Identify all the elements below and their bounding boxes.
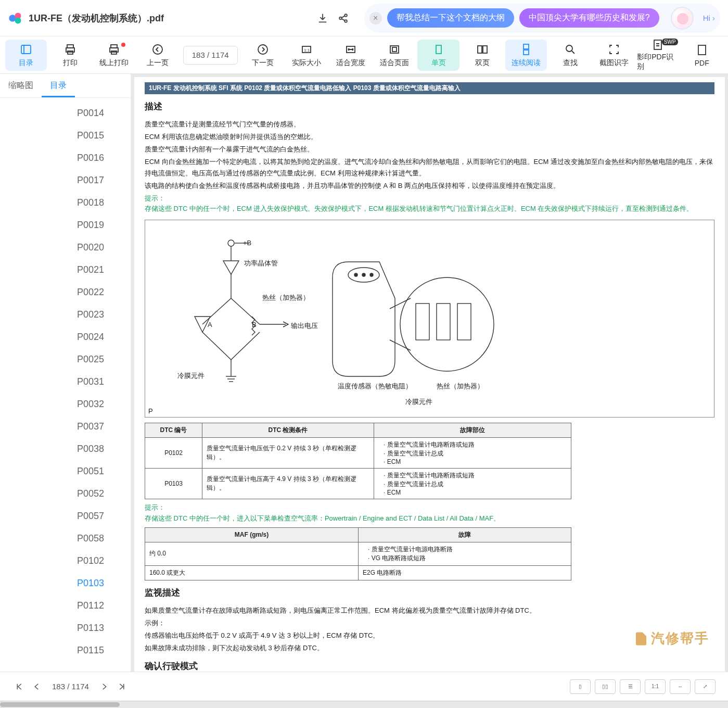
svg-rect-50 [457, 304, 471, 340]
toc-item[interactable]: P0112 [0, 595, 131, 617]
actual-size-button[interactable]: 1:1实际大小 [286, 40, 327, 71]
ai-hi[interactable]: Hi › [703, 14, 715, 22]
pdf-ocr-button[interactable]: SWP影印PDF识别 [637, 40, 679, 71]
view-double-icon[interactable]: ▯▯ [595, 679, 616, 694]
tab-thumbnails[interactable]: 缩略图 [0, 74, 42, 97]
pdf-button[interactable]: PDF [681, 40, 723, 71]
view-single-icon[interactable]: ▯ [570, 679, 591, 694]
svg-rect-27 [698, 45, 706, 55]
svg-point-13 [153, 45, 162, 54]
page-header-bar: 1UR-FE 发动机控制系统 SFI 系统 P0102 质量或体积空气流量电路低… [145, 82, 714, 94]
zoom-actual-icon[interactable]: 1:1 [645, 679, 666, 694]
toc-item[interactable]: P0115 [0, 639, 131, 662]
tab-toc[interactable]: 目录 [42, 74, 75, 97]
svg-line-51 [390, 298, 411, 309]
last-page-icon[interactable] [113, 678, 131, 696]
continuous-read-button[interactable]: 连续阅读 [505, 40, 547, 71]
h-scrollbar[interactable] [0, 701, 728, 708]
svg-rect-20 [436, 45, 441, 54]
ai-suggestions: × 帮我总结一下这个文档的大纲 中国顶尖大学有哪些历史和发展? Hi › [364, 4, 720, 33]
toc-item[interactable]: P0019 [0, 214, 131, 236]
toc-item[interactable]: P0038 [0, 438, 131, 460]
page-input[interactable]: 183 / 1174 [183, 46, 238, 65]
ai-pill-summary[interactable]: 帮我总结一下这个文档的大纲 [387, 8, 514, 28]
app-logo [8, 10, 23, 26]
toc-item[interactable]: P0057 [0, 505, 131, 527]
share-icon[interactable] [333, 8, 354, 29]
view-continuous-icon[interactable]: ☰ [620, 679, 641, 694]
ai-pill-question[interactable]: 中国顶尖大学有哪些历史和发展? [519, 8, 659, 28]
zoom-fitw-icon[interactable]: ↔ [670, 679, 691, 694]
search-button[interactable]: 查找 [549, 40, 591, 71]
svg-rect-49 [437, 304, 450, 340]
maf-table: MAF (gm/s)故障 约 0.0质量空气流量计电源电路断路VG 电路断路或短… [145, 527, 571, 580]
svg-marker-31 [223, 261, 239, 274]
svg-point-14 [258, 45, 267, 54]
svg-point-47 [400, 277, 494, 371]
svg-point-28 [228, 240, 234, 246]
bottom-bar: 183 / 1174 ▯ ▯▯ ☰ 1:1 ↔ ⤢ [0, 672, 728, 701]
svg-point-2 [15, 17, 21, 23]
circuit-diagram: +B 功率晶体管 热丝（加热器） 输出电压 冷膜元件 A B 温度传感器（热敏电… [145, 220, 714, 418]
watermark: 汽修帮手 [633, 629, 709, 648]
bottom-page-indicator: 183 / 1174 [52, 682, 89, 691]
toc-item[interactable]: P0102 [0, 550, 131, 572]
prev-icon[interactable] [28, 678, 46, 696]
toc-button[interactable]: 目录 [5, 40, 47, 71]
toc-item[interactable]: P0021 [0, 259, 131, 281]
toc-item[interactable]: P0023 [0, 304, 131, 326]
close-icon[interactable]: × [369, 12, 382, 24]
toc-item[interactable]: P0014 [0, 102, 131, 124]
print-button[interactable]: 打印 [49, 40, 91, 71]
fit-page-button[interactable]: 适合页面 [374, 40, 415, 71]
toc-item[interactable]: P0025 [0, 348, 131, 371]
document-viewport[interactable]: 1UR-FE 发动机控制系统 SFI 系统 P0102 质量或体积空气流量电路低… [131, 74, 728, 679]
svg-line-36 [202, 332, 231, 360]
svg-rect-18 [390, 46, 399, 53]
hint-text: 存储这些 DTC 中的任一个时，ECM 进入失效保护模式。失效保护模式下，ECM… [145, 204, 714, 214]
dtc-table: DTC 编号DTC 检测条件故障部位 P0102质量空气流量计电压低于 0.2 … [145, 423, 571, 499]
svg-point-45 [362, 273, 365, 276]
zoom-fitp-icon[interactable]: ⤢ [695, 679, 716, 694]
toc-item[interactable]: P0017 [0, 169, 131, 192]
svg-rect-19 [392, 47, 397, 52]
svg-rect-10 [111, 45, 117, 48]
svg-text:1:1: 1:1 [304, 48, 310, 53]
toc-item[interactable]: P0031 [0, 371, 131, 393]
toc-item[interactable]: P0052 [0, 483, 131, 505]
svg-rect-7 [67, 45, 73, 48]
toc-item[interactable]: P0037 [0, 415, 131, 438]
next-page-button[interactable]: 下一页 [242, 40, 284, 71]
svg-rect-24 [523, 50, 529, 55]
file-name: 1UR-FE（发动机控制系统）.pdf [29, 12, 164, 24]
toc-item[interactable]: P0015 [0, 124, 131, 147]
double-page-button[interactable]: 双页 [462, 40, 503, 71]
pdf-page: 1UR-FE 发动机控制系统 SFI 系统 P0102 质量或体积空气流量电路低… [134, 77, 725, 679]
toc-item[interactable]: P0022 [0, 281, 131, 304]
screenshot-ocr-button[interactable]: 截图识字 [593, 40, 635, 71]
fit-width-button[interactable]: 适合宽度 [330, 40, 372, 71]
single-page-button[interactable]: 单页 [417, 40, 459, 71]
toc-item[interactable]: P0113 [0, 617, 131, 639]
toc-item[interactable]: P0020 [0, 236, 131, 259]
next-icon[interactable] [95, 678, 113, 696]
ai-avatar[interactable] [671, 7, 694, 30]
prev-page-button[interactable]: 上一页 [137, 40, 178, 71]
title-bar: 1UR-FE（发动机控制系统）.pdf × 帮我总结一下这个文档的大纲 中国顶尖… [0, 0, 728, 36]
scrollbar-thumb[interactable] [0, 702, 120, 707]
toc-item[interactable]: P0018 [0, 192, 131, 214]
online-print-button[interactable]: 线上打印 [93, 40, 135, 71]
toolbar: 目录 打印 线上打印 上一页 183 / 1174 下一页 1:1实际大小 适合… [0, 36, 728, 74]
svg-rect-12 [111, 51, 117, 54]
first-page-icon[interactable] [10, 678, 28, 696]
toc-item[interactable]: P0024 [0, 326, 131, 348]
toc-item[interactable]: P0032 [0, 393, 131, 415]
toc-item[interactable]: P0051 [0, 460, 131, 483]
download-icon[interactable] [312, 8, 333, 29]
sidebar: 缩略图 目录 P0014P0015P0016P0017P0018P0019P00… [0, 74, 131, 679]
toc-item[interactable]: P0058 [0, 527, 131, 550]
toc-item[interactable]: P0016 [0, 147, 131, 169]
section-title: 描述 [145, 100, 714, 112]
hint-label: 提示： [145, 193, 714, 204]
toc-item[interactable]: P0103 [0, 572, 131, 595]
